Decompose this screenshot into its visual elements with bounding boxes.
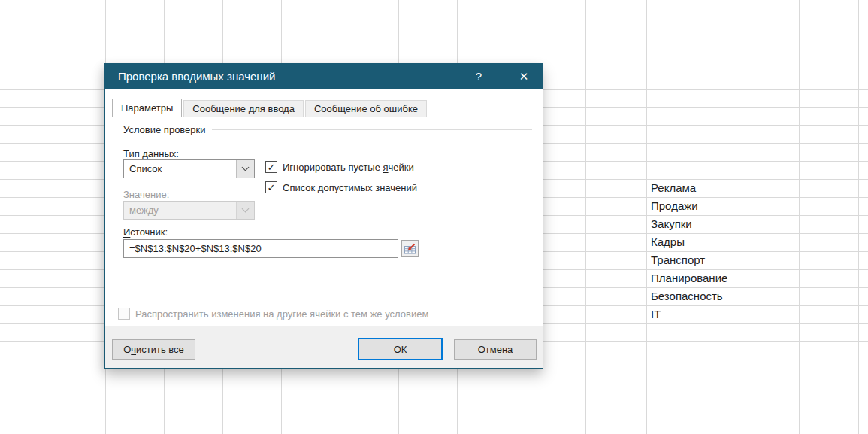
sheet-cell[interactable]: Реклама xyxy=(651,179,696,197)
cancel-button[interactable]: Отмена xyxy=(454,339,537,360)
ignore-blank-checkbox-box[interactable]: ✓ xyxy=(265,161,277,173)
checkmark-icon: ✓ xyxy=(268,162,276,172)
source-label: Источник: xyxy=(123,226,168,238)
close-button[interactable]: ✕ xyxy=(510,64,537,89)
source-input[interactable] xyxy=(123,239,398,258)
dialog-title: Проверка вводимых значений xyxy=(118,64,275,89)
range-selector-icon xyxy=(404,243,416,254)
data-type-rest: ип данных: xyxy=(129,148,179,159)
in-cell-dropdown-label: Список допустимых значений xyxy=(283,182,417,193)
tab-parameters[interactable]: Параметры xyxy=(112,99,182,117)
sheet-cell[interactable]: Закупки xyxy=(651,215,692,233)
gridline-v xyxy=(858,0,859,434)
ignore-blank-checkbox[interactable]: ✓ Игнорировать пустые ячейки xyxy=(265,161,414,173)
apply-all-checkbox-box xyxy=(118,308,130,320)
gridline-v xyxy=(585,0,586,434)
dialog-titlebar[interactable]: Проверка вводимых значений ? ✕ xyxy=(105,64,543,89)
value-label: Значение: xyxy=(123,189,169,200)
sheet-cell[interactable]: Планирование xyxy=(651,269,727,287)
in-cell-dropdown-post: писок допустимых значений xyxy=(289,182,417,193)
data-type-label: Тип данных: xyxy=(123,148,179,159)
gridline-v xyxy=(646,0,647,434)
help-button[interactable]: ? xyxy=(467,64,490,89)
gridline-v xyxy=(799,0,800,434)
tab-error-message[interactable]: Сообщение об ошибке xyxy=(305,100,427,117)
sheet-cell[interactable]: Продажи xyxy=(651,197,698,215)
ignore-blank-pre: Игнорировать пустые xyxy=(283,162,383,173)
ignore-blank-accel: я xyxy=(383,162,389,173)
data-type-combo-value: Список xyxy=(124,163,236,175)
value-combo-value: между xyxy=(124,205,236,216)
apply-all-checkbox: Распространить изменения на другие ячейк… xyxy=(118,308,428,320)
ignore-blank-label: Игнорировать пустые ячейки xyxy=(283,162,414,173)
data-type-combo-dropdown[interactable] xyxy=(236,160,254,178)
source-accel: И xyxy=(123,226,130,238)
gridline-v xyxy=(47,0,47,434)
ignore-blank-post: чейки xyxy=(389,162,414,173)
source-rest: сточник: xyxy=(130,226,168,238)
validation-criteria-group: Условие проверки xyxy=(123,124,532,135)
chevron-down-icon xyxy=(242,205,250,213)
apply-all-label: Распространить изменения на другие ячейк… xyxy=(135,308,428,320)
validation-criteria-label: Условие проверки xyxy=(123,124,206,135)
sheet-cell[interactable]: IT xyxy=(651,305,661,323)
range-selector-button[interactable] xyxy=(401,240,419,257)
checkmark-icon: ✓ xyxy=(268,183,276,193)
clear-all-pre: О xyxy=(123,344,131,355)
tab-input-message[interactable]: Сообщение для ввода xyxy=(183,100,304,117)
ok-button[interactable]: ОК xyxy=(358,338,443,360)
tab-strip: Параметры Сообщение для ввода Сообщение … xyxy=(112,99,534,117)
value-combo: между xyxy=(123,201,255,220)
sheet-cell[interactable]: Безопасность xyxy=(651,287,723,305)
sheet-cell[interactable]: Кадры xyxy=(651,233,685,251)
chevron-down-icon xyxy=(242,164,250,171)
clear-all-post: истить все xyxy=(136,344,184,355)
value-combo-dropdown xyxy=(236,202,254,219)
clear-all-button[interactable]: Очистить все xyxy=(112,339,195,360)
data-type-combo[interactable]: Список xyxy=(123,159,255,178)
group-divider xyxy=(212,129,532,130)
in-cell-dropdown-checkbox[interactable]: ✓ Список допустимых значений xyxy=(265,181,417,193)
data-validation-dialog: Проверка вводимых значений ? ✕ Параметры… xyxy=(104,63,543,369)
in-cell-dropdown-accel: С xyxy=(283,182,289,193)
in-cell-dropdown-checkbox-box[interactable]: ✓ xyxy=(265,181,277,193)
sheet-cell[interactable]: Транспорт xyxy=(651,251,705,269)
